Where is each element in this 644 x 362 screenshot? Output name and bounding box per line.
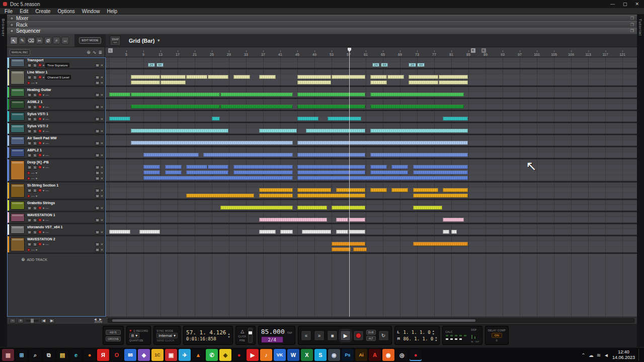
- mute-button[interactable]: M: [27, 141, 32, 145]
- clip[interactable]: [413, 170, 468, 174]
- clip[interactable]: [413, 242, 468, 246]
- clip[interactable]: [439, 80, 468, 84]
- razor-tool[interactable]: ✂: [36, 37, 43, 44]
- clip[interactable]: [297, 170, 365, 174]
- taskbar-acrobat[interactable]: A: [369, 349, 381, 361]
- record-arm-button[interactable]: [38, 189, 42, 192]
- browser-side-tab[interactable]: Browser: [0, 15, 7, 347]
- record-arm-button[interactable]: [38, 206, 42, 210]
- clip[interactable]: [143, 153, 199, 157]
- pre-label[interactable]: PRE: [239, 339, 245, 342]
- lane-delete-button[interactable]: ✕: [101, 248, 103, 251]
- show-desktop-button[interactable]: [638, 349, 640, 361]
- track-panel-icon-0[interactable]: ⊕: [87, 50, 91, 55]
- lane-delete-button[interactable]: ✕: [101, 63, 103, 67]
- clip[interactable]: [370, 105, 464, 109]
- lane-mute-button[interactable]: M: [95, 171, 100, 175]
- mute-button[interactable]: M: [27, 117, 32, 121]
- clip[interactable]: [186, 170, 228, 174]
- mixer-window-bar[interactable]: Mixer ❐: [7, 15, 637, 21]
- clip[interactable]: [259, 129, 297, 133]
- rewind-button[interactable]: «: [301, 330, 311, 341]
- lane-mute-button[interactable]: M: [95, 129, 100, 133]
- lane-mute-button[interactable]: M: [95, 75, 100, 79]
- taskbar-youtube[interactable]: ▶: [247, 349, 259, 361]
- clip[interactable]: [297, 194, 365, 198]
- clip[interactable]: [413, 194, 468, 198]
- track-header[interactable]: sforzando VST_x64 1 M S ▾— M ✕: [7, 224, 105, 235]
- time-signature-clip[interactable]: 4/4: [417, 63, 425, 67]
- chevron-down-icon[interactable]: ▾: [43, 153, 44, 157]
- clip[interactable]: [131, 80, 160, 84]
- clip[interactable]: [370, 153, 468, 157]
- device-icon[interactable]: [11, 184, 25, 198]
- chevron-down-icon[interactable]: ▾: [43, 218, 44, 222]
- time-signature-clip[interactable]: 2/4: [409, 63, 416, 67]
- record-arm-button[interactable]: [38, 165, 42, 169]
- lane-timeline[interactable]: [105, 128, 637, 134]
- taskbar-search[interactable]: ⌕: [29, 349, 41, 361]
- lane-mute-button[interactable]: M: [95, 63, 100, 67]
- mute-button[interactable]: M: [27, 63, 32, 67]
- taskbar-aimp[interactable]: ♪: [260, 349, 272, 361]
- zoom-in-button[interactable]: +: [18, 318, 24, 323]
- lane-timeline[interactable]: [105, 247, 637, 252]
- mute-button[interactable]: M: [27, 218, 32, 222]
- chevron-down-icon[interactable]: ▾: [36, 81, 37, 84]
- track-header[interactable]: WAVESTATION 1 M S ▾— M ✕: [7, 212, 105, 223]
- mute-button[interactable]: M: [27, 230, 32, 234]
- loop-right-stepper[interactable]: ▴▾: [435, 336, 437, 342]
- tempo-value[interactable]: 85.000: [261, 328, 285, 335]
- loop-left-stepper[interactable]: ▴▾: [433, 329, 434, 335]
- clip[interactable]: [349, 218, 365, 222]
- taskbar-vlc[interactable]: ▲: [192, 349, 204, 361]
- mute-tool[interactable]: Ø: [44, 37, 52, 44]
- loop-right-value[interactable]: 86. 1. 1. 0: [404, 336, 434, 341]
- clip[interactable]: [143, 165, 160, 169]
- device-icon[interactable]: [11, 124, 25, 133]
- minimize-button[interactable]: —: [610, 2, 615, 7]
- record-arm-button[interactable]: [38, 129, 42, 133]
- record-arm-button[interactable]: [27, 248, 30, 251]
- clip[interactable]: [297, 141, 468, 145]
- taskbar-steam[interactable]: ◉: [328, 349, 340, 361]
- clip[interactable]: [165, 170, 182, 174]
- snap-button[interactable]: SNAP: [110, 36, 121, 46]
- q-record-led[interactable]: [129, 329, 132, 332]
- magnify-tool[interactable]: ⌕: [53, 37, 60, 44]
- device-icon[interactable]: [11, 148, 25, 157]
- clip[interactable]: [203, 153, 293, 157]
- clip[interactable]: [259, 75, 276, 79]
- clip[interactable]: [131, 141, 293, 145]
- mute-button[interactable]: M: [27, 105, 32, 109]
- taskbar-app-1c[interactable]: 1С: [151, 349, 164, 361]
- mute-button[interactable]: M: [27, 242, 32, 246]
- lane-timeline[interactable]: [105, 152, 637, 158]
- lane-delete-button[interactable]: ✕: [101, 153, 103, 157]
- hand-tool[interactable]: ⇔: [61, 37, 69, 44]
- tutorial-side-tab[interactable]: Tutorial: [637, 15, 644, 347]
- lane-mute-button[interactable]: M: [95, 117, 100, 121]
- clip[interactable]: [208, 165, 229, 169]
- clip[interactable]: [370, 188, 387, 192]
- tap-button[interactable]: TAP: [287, 331, 292, 334]
- taskbar-whatsapp[interactable]: ✆: [206, 349, 218, 361]
- clip[interactable]: [370, 170, 409, 174]
- lane-mute-button[interactable]: M: [95, 93, 100, 97]
- position-time[interactable]: 0:01:16:858: [186, 336, 226, 341]
- track-header[interactable]: AGML2 1 M S ▾— M ✕: [7, 99, 105, 110]
- taskbar-photoshop[interactable]: Ps: [342, 349, 354, 361]
- record-arm-button[interactable]: [38, 153, 42, 157]
- solo-button[interactable]: S: [33, 105, 37, 109]
- bar-ruler[interactable]: 5913172125293337414549535761656973778185…: [105, 47, 637, 57]
- clip[interactable]: [297, 206, 327, 210]
- clip[interactable]: [297, 80, 331, 84]
- lane-delete-button[interactable]: ✕: [101, 171, 103, 174]
- tray-onedrive-icon[interactable]: ☁: [589, 352, 594, 358]
- taskbar-task-view[interactable]: ⧉: [43, 349, 55, 361]
- taskbar-opera[interactable]: O: [111, 349, 123, 361]
- clip[interactable]: [109, 117, 130, 121]
- track-panel-icon-1[interactable]: ∿: [93, 50, 97, 55]
- clip[interactable]: [413, 188, 438, 192]
- clip[interactable]: [165, 165, 182, 169]
